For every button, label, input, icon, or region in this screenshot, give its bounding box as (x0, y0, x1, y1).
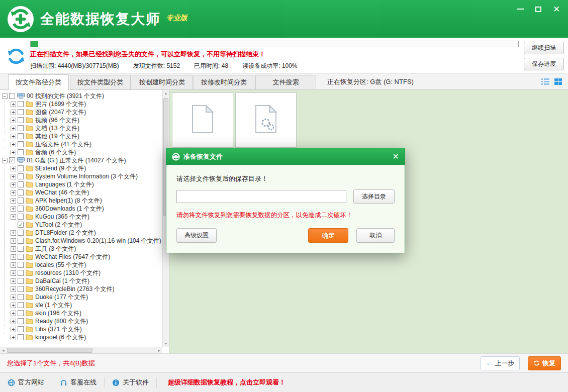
tree-checkbox[interactable] (18, 334, 24, 340)
expand-icon[interactable]: + (11, 262, 16, 268)
expand-icon[interactable]: + (11, 246, 16, 252)
expand-icon[interactable]: + (11, 126, 16, 131)
tree-checkbox[interactable] (18, 173, 24, 179)
save-dir-input[interactable] (176, 190, 346, 203)
tree-checkbox[interactable] (18, 246, 24, 252)
dialog-close-icon[interactable]: ✕ (393, 153, 399, 161)
tree-row[interactable]: +System Volume Information (3 个文件) (2, 172, 162, 180)
tree-row[interactable]: +DTL8Folder (2 个文件) (2, 229, 162, 237)
expand-icon[interactable]: + (11, 286, 16, 292)
expand-icon[interactable]: + (11, 182, 16, 187)
tree-row[interactable]: +APK helper(1) (8 个文件) (2, 197, 162, 205)
expand-icon[interactable]: + (11, 238, 16, 244)
tree-row[interactable]: +视频 (96 个文件) (2, 116, 162, 124)
tree-row[interactable]: +kingsoel (6 个文件) (2, 333, 162, 341)
tree-row[interactable]: +Duoke (177 个文件) (2, 293, 162, 301)
tree-checkbox[interactable] (18, 262, 24, 268)
tree-horizontal-scrollbar[interactable]: ◄ ► (0, 347, 162, 353)
tree-checkbox[interactable] (18, 318, 24, 324)
grid-view-icon[interactable] (554, 78, 562, 85)
expand-icon[interactable]: + (11, 166, 16, 171)
expand-icon[interactable]: + (11, 150, 16, 155)
tree-row[interactable]: +WeChat (46 个文件) (2, 188, 162, 197)
scroll-down-icon[interactable]: ▼ (163, 340, 169, 347)
tree-checkbox[interactable] (18, 278, 24, 284)
tree-checkbox[interactable] (18, 141, 24, 147)
footer-link-about[interactable]: 关于软件 (105, 377, 157, 388)
tab-ctime[interactable]: 按创建时间分类 (132, 75, 193, 89)
tree-checkbox[interactable] (18, 230, 24, 236)
horizontal-scroll-thumb[interactable] (7, 348, 92, 353)
tree-checkbox[interactable] (18, 286, 24, 292)
continue-scan-button[interactable]: 继续扫描 (524, 42, 564, 54)
file-thumbnail[interactable] (172, 92, 233, 148)
tutorial-promo-link[interactable]: 超级详细数据恢复教程，点击立即观看！ (168, 378, 286, 387)
tree-row[interactable]: +360RecycleBin (2763 个文件) (2, 285, 162, 293)
footer-link-support[interactable]: 客服在线 (52, 377, 105, 388)
tree-checkbox[interactable] (18, 117, 24, 123)
tree-row[interactable]: +DaBaiCai (1 个文件) (2, 277, 162, 285)
tree-row[interactable]: −✓01 G盘 (G:) 正常文件 (14027 个文件) (2, 156, 162, 164)
expand-icon[interactable]: + (11, 230, 16, 236)
tree-checkbox[interactable] (18, 189, 24, 195)
tab-search[interactable]: 文件搜索 (255, 75, 316, 89)
expand-icon[interactable]: + (11, 214, 16, 220)
scroll-right-icon[interactable]: ► (156, 347, 162, 353)
tree-row[interactable]: +压缩文件 (41 个文件) (2, 140, 162, 148)
tree-checkbox[interactable] (18, 214, 24, 220)
tree-row[interactable]: +resources (1310 个文件) (2, 269, 162, 277)
tree-checkbox[interactable] (18, 101, 24, 107)
expand-icon[interactable]: + (11, 295, 16, 300)
expand-icon[interactable]: + (11, 303, 16, 308)
choose-dir-button[interactable]: 选择目录 (353, 189, 395, 204)
expand-icon[interactable]: + (11, 174, 16, 179)
minimize-button[interactable] (516, 5, 525, 14)
tree-checkbox[interactable] (18, 149, 24, 155)
tree-row[interactable]: +360Downloads (1 个文件) (2, 205, 162, 213)
tree-row[interactable]: +locales (55 个文件) (2, 261, 162, 269)
tree-row[interactable]: +Libs (371 个文件) (2, 325, 162, 333)
tree-checkbox[interactable]: ✓ (9, 157, 15, 163)
expand-icon[interactable]: + (11, 335, 16, 340)
previous-step-button[interactable]: ← 上一步 (481, 356, 520, 370)
tree-checkbox[interactable] (18, 326, 24, 332)
tree-checkbox[interactable] (18, 254, 24, 260)
tree-row[interactable]: +Clash.for.Windows-0.20(1).16-win (104 个… (2, 237, 162, 245)
tree-row[interactable]: +音频 (6 个文件) (2, 148, 162, 156)
tree-row[interactable]: −00 找到的文件 (3921 个文件) (2, 92, 162, 100)
tree-checkbox[interactable] (9, 93, 15, 99)
expand-icon[interactable]: + (11, 319, 16, 324)
expand-icon[interactable]: + (11, 254, 16, 260)
expand-icon[interactable]: + (11, 198, 16, 204)
tree-row[interactable]: +$Extend (9 个文件) (2, 164, 162, 172)
footer-link-website[interactable]: 官方网站 (0, 377, 52, 388)
tree-checkbox[interactable] (18, 109, 24, 115)
expand-icon[interactable]: + (11, 102, 16, 107)
tree-row[interactable]: +图像 (2047 个文件) (2, 108, 162, 116)
close-button[interactable]: ✕ (552, 5, 561, 14)
tree-checkbox[interactable] (18, 198, 24, 204)
scroll-left-icon[interactable]: ◄ (0, 347, 7, 353)
tree-row[interactable]: +skin (196 个文件) (2, 309, 162, 317)
tree-checkbox[interactable] (18, 302, 24, 308)
expand-icon[interactable]: + (11, 206, 16, 212)
tree-checkbox[interactable] (18, 238, 24, 244)
tree-checkbox[interactable]: ✓ (18, 222, 24, 228)
tree-row[interactable]: +Ready (800 个文件) (2, 317, 162, 325)
tree-row[interactable]: +Languages (1 个文件) (2, 180, 162, 188)
tree-row[interactable]: +WeChat Files (7647 个文件) (2, 253, 162, 261)
tree-row[interactable]: +sfe (1 个文件) (2, 301, 162, 309)
expand-icon[interactable]: + (11, 134, 16, 139)
tab-path[interactable]: 按文件路径分类 (8, 74, 69, 90)
tree-checkbox[interactable] (18, 165, 24, 171)
collapse-icon[interactable]: − (2, 93, 8, 99)
advanced-settings-button[interactable]: 高级设置 (176, 228, 217, 243)
expand-icon[interactable]: + (11, 327, 16, 332)
scroll-up-icon[interactable]: ▲ (163, 90, 169, 96)
recover-button[interactable]: 恢复 (528, 356, 561, 370)
expand-icon[interactable]: + (11, 142, 16, 147)
tree-row[interactable]: +工具 (3 个文件) (2, 245, 162, 253)
expand-icon[interactable]: + (11, 190, 16, 195)
tree-checkbox[interactable] (18, 181, 24, 187)
tree-row[interactable]: +KuGou (365 个文件) (2, 213, 162, 221)
